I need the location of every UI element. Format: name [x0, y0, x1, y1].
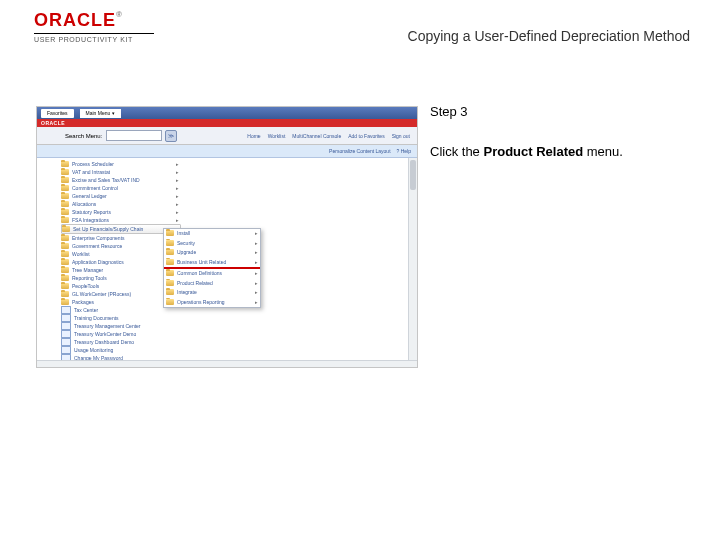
chevron-right-icon: ▸: [176, 184, 181, 192]
folder-icon: [166, 289, 174, 295]
submenu-item[interactable]: Upgrade▸: [164, 248, 260, 258]
menu-item[interactable]: Excise and Sales Tax/VAT IND▸: [61, 176, 181, 184]
menu-item-label: Worklist: [72, 250, 90, 258]
home-link[interactable]: Home: [247, 133, 260, 139]
menu-item-label: Enterprise Components: [72, 234, 125, 242]
menu-item-label: Tax Center: [74, 306, 98, 314]
submenu-item[interactable]: Business Unit Related▸: [164, 258, 260, 268]
folder-icon: [61, 267, 69, 273]
document-icon: [61, 346, 71, 354]
folder-icon: [61, 251, 69, 257]
menu-item-label: PeopleTools: [72, 282, 99, 290]
folder-icon: [61, 209, 69, 215]
folder-icon: [61, 299, 69, 305]
submenu-item-label: Security: [177, 240, 195, 246]
main-menu-button[interactable]: Main Menu ▾: [80, 109, 121, 118]
menu-item-label: Usage Monitoring: [74, 346, 113, 354]
menu-item[interactable]: Process Scheduler▸: [61, 160, 181, 168]
multichannel-link[interactable]: MultiChannel Console: [292, 133, 341, 139]
submenu-item-label: Operations Reporting: [177, 299, 225, 305]
folder-icon: [61, 201, 69, 207]
folder-icon: [61, 177, 69, 183]
worklist-link[interactable]: Worklist: [268, 133, 286, 139]
add-favorites-link[interactable]: Add to Favorites: [348, 133, 384, 139]
folder-icon: [61, 161, 69, 167]
document-icon: [61, 338, 71, 346]
instruction-panel: Step 3 Click the Product Related menu.: [430, 104, 690, 161]
menu-item[interactable]: Commitment Control▸: [61, 184, 181, 192]
menu-item-label: Commitment Control: [72, 184, 118, 192]
folder-icon: [166, 259, 174, 265]
menu-item-label: Treasury Management Center: [74, 322, 141, 330]
scrollbar-vertical[interactable]: [408, 158, 417, 368]
chevron-right-icon: ▸: [176, 200, 181, 208]
brand-logo: ORACLE® USER PRODUCTIVITY KIT: [34, 10, 174, 43]
menu-item-label: Process Scheduler: [72, 160, 114, 168]
chevron-right-icon: ▸: [255, 230, 260, 236]
app-subbar: Personalize Content Layout ? Help: [37, 145, 417, 158]
submenu-item[interactable]: Install▸: [164, 229, 260, 239]
main-menu-label: Main Menu: [86, 110, 111, 116]
chevron-right-icon: ▸: [255, 249, 260, 255]
folder-icon: [62, 226, 70, 232]
signout-link[interactable]: Sign out: [392, 133, 410, 139]
folder-icon: [61, 235, 69, 241]
submenu-item[interactable]: Integrate▸: [164, 288, 260, 298]
menu-item[interactable]: Treasury Dashboard Demo: [61, 338, 181, 346]
chevron-right-icon: ▸: [176, 208, 181, 216]
favorites-tab[interactable]: Favorites: [41, 109, 74, 118]
app-brand-bar: ORACLE: [37, 119, 417, 127]
step-label: Step 3: [430, 104, 690, 119]
menu-item-label: Treasury WorkCenter Demo: [74, 330, 136, 338]
instruction-suffix: menu.: [583, 144, 623, 159]
folder-icon: [61, 217, 69, 223]
chevron-right-icon: ▸: [176, 192, 181, 200]
submenu-item[interactable]: Security▸: [164, 239, 260, 249]
menu-item[interactable]: Usage Monitoring: [61, 346, 181, 354]
chevron-right-icon: ▸: [176, 176, 181, 184]
chevron-down-icon: ▾: [112, 110, 115, 116]
submenu-flyout[interactable]: Install▸Security▸Upgrade▸Business Unit R…: [163, 228, 261, 308]
folder-icon: [61, 193, 69, 199]
menu-item[interactable]: Allocations▸: [61, 200, 181, 208]
menu-item-label: General Ledger: [72, 192, 107, 200]
menu-item[interactable]: VAT and Intrastat▸: [61, 168, 181, 176]
chevron-right-icon: ▸: [176, 160, 181, 168]
menu-item-label: Statutory Reports: [72, 208, 111, 216]
folder-icon: [61, 291, 69, 297]
menu-item-label: Training Documents: [74, 314, 119, 322]
menu-item-label: VAT and Intrastat: [72, 168, 110, 176]
chevron-right-icon: ▸: [255, 280, 260, 286]
folder-icon: [166, 270, 174, 276]
submenu-item[interactable]: Operations Reporting▸: [164, 298, 260, 308]
submenu-item-label: Integrate: [177, 289, 197, 295]
menu-item[interactable]: FSA Integrations▸: [61, 216, 181, 224]
submenu-item[interactable]: Product Related▸: [164, 279, 260, 289]
personalize-link[interactable]: Personalize Content Layout: [329, 148, 390, 154]
search-go-button[interactable]: ≫: [165, 130, 177, 142]
folder-icon: [166, 240, 174, 246]
menu-item[interactable]: Statutory Reports▸: [61, 208, 181, 216]
chevron-right-icon: ▸: [176, 216, 181, 224]
menu-item-label: Excise and Sales Tax/VAT IND: [72, 176, 140, 184]
brand-text: ORACLE: [34, 10, 116, 30]
chevron-right-icon: ▸: [255, 240, 260, 246]
scrollbar-horizontal[interactable]: [37, 360, 417, 368]
menu-item-label: FSA Integrations: [72, 216, 109, 224]
page-title: Copying a User-Defined Depreciation Meth…: [408, 28, 690, 44]
submenu-item-label: Common Definitions: [177, 270, 222, 276]
menu-item[interactable]: General Ledger▸: [61, 192, 181, 200]
app-toolbar: Search Menu: ≫ Home Worklist MultiChanne…: [37, 127, 417, 145]
chevron-right-icon: ▸: [176, 168, 181, 176]
scrollbar-thumb[interactable]: [410, 160, 416, 190]
document-icon: [61, 306, 71, 314]
submenu-item[interactable]: Common Definitions▸: [164, 269, 260, 279]
folder-icon: [61, 259, 69, 265]
menu-item[interactable]: Treasury WorkCenter Demo: [61, 330, 181, 338]
menu-item[interactable]: Training Documents: [61, 314, 181, 322]
search-input[interactable]: [106, 130, 162, 141]
menu-item[interactable]: Treasury Management Center: [61, 322, 181, 330]
submenu-item-label: Install: [177, 230, 190, 236]
help-link[interactable]: ? Help: [397, 148, 411, 154]
search-label: Search Menu:: [65, 133, 102, 139]
